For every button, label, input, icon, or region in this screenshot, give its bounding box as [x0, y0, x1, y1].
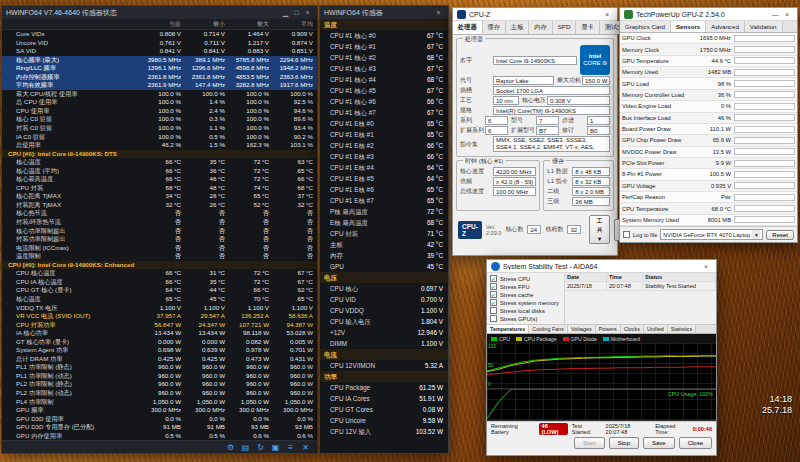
stress-option[interactable]: ✓ Stress system memory	[490, 299, 561, 306]
sensor-row[interactable]: CPU #1 核心 #0 67 °C	[320, 30, 448, 41]
sensor-row[interactable]: CPU #1 E核 #4 64 °C	[320, 162, 448, 173]
sensor-row[interactable]: 电压	[320, 272, 448, 283]
sensor-row[interactable]: PL2 功率限制 (静态) 960.0 W 960.0 W 960.0 W 96…	[2, 380, 317, 389]
sensor-row[interactable]: 封装距离 TjMAX 32 °C 26 °C 52 °C 32 °C	[2, 201, 317, 210]
sensor-row[interactable]: Ring/LLC 频率 1396.1 MHz 1296.6 MHz 4598.8…	[2, 64, 317, 73]
dialog-button[interactable]: Stop	[609, 437, 639, 449]
toolbar-icon[interactable]: ✕	[300, 442, 311, 453]
sensor-row[interactable]: 封装功率限制超出 否 否 否 否	[2, 235, 317, 244]
log-to-file-checkbox[interactable]	[623, 231, 630, 238]
legend-item[interactable]: CPU	[491, 336, 510, 342]
sensor-row[interactable]: CPU #1 E核 #2 66 °C	[320, 140, 448, 151]
dialog-button[interactable]: Close	[679, 437, 712, 449]
gpu-sensor-row[interactable]: GPU Voltage 0.935 V	[620, 181, 797, 192]
checkbox[interactable]: ✓	[490, 283, 497, 290]
stress-option[interactable]: Stress local disks	[490, 307, 561, 314]
sensor-row[interactable]: CPU #1 核心 #5 67 °C	[320, 85, 448, 96]
sensor-row[interactable]: 主板 42 °C	[320, 239, 448, 250]
legend-item[interactable]: GPU Diode	[563, 336, 597, 342]
checkbox[interactable]: ✓	[490, 291, 497, 298]
sensor-row[interactable]: 核心距离 TjMAX 34 °C 28 °C 65 °C 37 °C	[2, 192, 317, 201]
sensor-row[interactable]: CPU IA 核心温度 66 °C 35 °C 72 °C 67 °C	[2, 278, 317, 287]
gpu-sensor-row[interactable]: GPU Clock 1695.0 MHz	[620, 33, 797, 44]
close-icon[interactable]: ×	[700, 263, 712, 270]
tab[interactable]: Graphics Card	[620, 21, 671, 32]
sensor-row[interactable]: 平均有效频率 2361.9 MHz 147.4 MHz 3282.8 MHz 1…	[2, 81, 317, 90]
checkbox[interactable]	[490, 315, 497, 322]
tab[interactable]: Statistics	[668, 325, 697, 333]
sensor-row[interactable]: 核心温度 66 °C 35 °C 72 °C 63 °C	[2, 158, 317, 167]
dialog-button[interactable]: Start	[574, 437, 605, 449]
close-icon[interactable]: ×	[302, 9, 313, 16]
reset-button[interactable]: Reset	[766, 230, 794, 240]
gpu-sensor-row[interactable]: Video Engine Load 0 %	[620, 101, 797, 112]
column-avg[interactable]: 平均	[273, 19, 317, 29]
sensor-row[interactable]: CPU #1 核心 #2 68 °C	[320, 52, 448, 63]
sensor-row[interactable]: System Agent 功率 0.698 W 0.639 W 0.978 W …	[2, 346, 317, 355]
gpu-sensor-row[interactable]: Memory Clock 1750.0 MHz	[620, 44, 797, 55]
gpu-sensor-row[interactable]: CPU Temperature 68.0 °C	[620, 203, 797, 214]
sensor-row[interactable]: CPU [#0]: Intel Core i9-14900KS: Enhance…	[2, 261, 317, 270]
sensor-row[interactable]: CPU #1 核心 #4 68 °C	[320, 74, 448, 85]
stress-option[interactable]: ✓ Stress FPU	[490, 283, 561, 290]
sensor-row[interactable]: 电流限制 (ICCmax) 否 否 否 否	[2, 244, 317, 253]
sensor-row[interactable]: CPU #1 核心 #7 67 °C	[320, 107, 448, 118]
sensor-row[interactable]: CPU 12V 输入 103.52 W	[320, 426, 448, 437]
minimize-icon[interactable]: —	[769, 11, 781, 18]
sensor-row[interactable]: VR VCC 电流 (SVID IOUT) 37.957 A 29.547 A …	[2, 312, 317, 321]
sensor-row[interactable]: E核 最高温度 68 °C	[320, 217, 448, 228]
event-log-row[interactable]: 2025/7/18 20:07:48 Stability Test Starte…	[565, 282, 716, 291]
stress-option[interactable]: Stress GPU(s)	[490, 315, 561, 322]
minimize-icon[interactable]: ▁	[280, 9, 291, 17]
column-max[interactable]: 最大	[229, 19, 273, 29]
sensor-row[interactable]: 核心频率 (最大) 3980.5 MHz 389.1 MHz 5785.8 MH…	[2, 56, 317, 65]
sensor-row[interactable]: 核心温度 65 °C 45 °C 70 °C 65 °C	[2, 295, 317, 304]
column-current[interactable]: 当前	[141, 19, 185, 29]
sensor-row[interactable]: 核心温度 (平均) 66 °C 36 °C 72 °C 65 °C	[2, 167, 317, 176]
legend-item[interactable]: Motherboard	[603, 336, 640, 342]
gpu-sensor-row[interactable]: Bus Interface Load 46 %	[620, 113, 797, 124]
sensor-row[interactable]: SA VID 0.841 V 0.841 V 0.883 V 0.851 V	[2, 47, 317, 56]
sensor-row[interactable]: GPU D3D 使用率 0.0 % 0.0 % 0.0 % 0.0 %	[2, 415, 317, 424]
sensor-row[interactable]: IA C0 驻留 100.0 % 0.5 % 100.0 % 90.2 %	[2, 133, 317, 142]
checkbox[interactable]: ✓	[490, 275, 497, 282]
sensor-row[interactable]: CPU #1 E核 #5 64 °C	[320, 173, 448, 184]
tab[interactable]: Clocks	[621, 325, 644, 333]
sensor-row[interactable]: 封装/环形热节流 否 否 否 否	[2, 218, 317, 227]
sensor-row[interactable]: CPU 封装 68 °C 48 °C 74 °C 68 °C	[2, 184, 317, 193]
sensor-row[interactable]: CPU 输入电压 1.804 V	[320, 316, 448, 327]
close-icon[interactable]: ×	[781, 11, 793, 18]
stress-option[interactable]: ✓ Stress CPU	[490, 275, 561, 282]
tools-button[interactable]: 工具 ▾	[589, 215, 609, 244]
tab[interactable]: Sensors	[671, 21, 706, 32]
sensor-row[interactable]: Uncore VID 0.761 V 0.711 V 1.217 V 0.874…	[2, 39, 317, 48]
dialog-button[interactable]: Save	[643, 437, 675, 449]
sensor-row[interactable]: CPU #1 核心 #1 67 °C	[320, 41, 448, 52]
sensor-row[interactable]: P核 最高温度 72 °C	[320, 206, 448, 217]
sensor-row[interactable]: 封装 C0 驻留 100.0 % 1.1 % 100.0 % 93.4 %	[2, 124, 317, 133]
aida-titlebar[interactable]: System Stability Test - AIDA64 ×	[487, 260, 716, 273]
sensor-row[interactable]: 总 CPU 使用率 100.0 % 1.4 % 100.0 % 92.5 %	[2, 98, 317, 107]
sensor-row[interactable]: CPU Package 61.25 W	[320, 382, 448, 393]
tab[interactable]: 主板	[506, 21, 529, 34]
sensor-row[interactable]: 温度	[320, 19, 448, 30]
tab[interactable]: Validation	[745, 21, 783, 32]
sensor-row[interactable]: Core VIDs 0.808 V 0.714 V 1.464 V 0.909 …	[2, 30, 317, 39]
gpu-sensor-row[interactable]: Board Power Draw 110.1 W	[620, 124, 797, 135]
col-date[interactable]: Date	[565, 273, 607, 281]
col-time[interactable]: Time	[607, 273, 643, 281]
close-icon[interactable]: ×	[601, 11, 613, 18]
hwinfo-side-titlebar[interactable]: HWiNFO64 传感器 ×	[320, 6, 448, 19]
sensor-row[interactable]: CPU GT 核心 (显卡) 64 °C 44 °C 66 °C 62 °C	[2, 286, 317, 295]
sensor-row[interactable]: 核心功率限制超出 否 否 否 否	[2, 227, 317, 236]
column-min[interactable]: 最小	[185, 19, 229, 29]
sensor-row[interactable]: PL4 功率限制 1,050.0 W 1,050.0 W 1,050.0 W 1…	[2, 398, 317, 407]
close-icon[interactable]: ×	[433, 9, 444, 16]
sensor-row[interactable]: +12V 12.946 V	[320, 327, 448, 338]
sensor-row[interactable]: 核心热节流 否 否 否 否	[2, 209, 317, 218]
sensor-row[interactable]: GPU 内存使用率 0.5 % 0.5 % 0.6 % 0.6 %	[2, 432, 317, 440]
gpu-sensor-row[interactable]: Memory Used 1482 MB	[620, 67, 797, 78]
tab[interactable]: Unified	[644, 325, 668, 333]
sensor-row[interactable]: CPU 12V/IMON 5.32 A	[320, 360, 448, 371]
gpu-sensor-row[interactable]: GPU Temperature 44.6 °C	[620, 56, 797, 67]
